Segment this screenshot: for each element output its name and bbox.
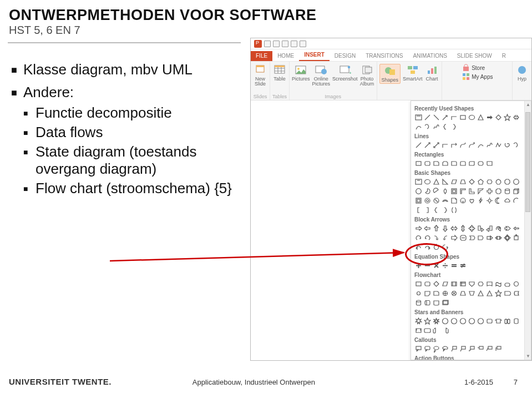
ba9-icon[interactable] [485,224,494,233]
ba6-icon[interactable] [459,224,467,233]
co6-icon[interactable] [459,345,467,353]
fc4-icon[interactable] [441,280,449,288]
fc3-icon[interactable] [432,280,440,288]
fc8-icon[interactable] [477,280,485,288]
co1-icon[interactable] [414,345,423,353]
ba17-icon[interactable] [450,234,458,242]
textbox-icon[interactable] [414,113,423,122]
bs-hept-icon[interactable] [494,178,503,186]
rbrace-icon[interactable] [450,123,458,131]
st12-icon[interactable] [512,317,520,325]
fc15-icon[interactable] [432,289,440,298]
ba23-icon[interactable] [503,234,511,242]
bs-lbracket-icon[interactable] [414,206,423,214]
tab-transitions[interactable]: TRANSITIONS [361,51,408,61]
bs-lbrace2-icon[interactable] [432,206,440,214]
qat-redo-icon[interactable] [282,41,288,47]
bs-pent-icon[interactable] [477,178,485,186]
ba7-icon[interactable] [468,224,476,233]
bs-bolt-icon[interactable] [477,196,485,205]
st10-icon[interactable] [494,317,503,325]
bs-hframe-icon[interactable] [459,187,467,195]
tab-file[interactable]: FILE [251,51,272,61]
st14-icon[interactable] [423,326,432,335]
ba3-icon[interactable] [432,224,440,233]
fc1-icon[interactable] [414,280,423,288]
fc13-icon[interactable] [414,289,423,298]
bs-bevel-icon[interactable] [414,196,423,205]
co7-icon[interactable] [468,345,476,353]
bs-oct-icon[interactable] [503,178,511,186]
bs-textbox-icon[interactable] [414,178,423,186]
fc21-icon[interactable] [485,289,494,298]
bs-dbrace-icon[interactable] [450,206,458,214]
bs-para-icon[interactable] [450,178,458,186]
r4-icon[interactable] [441,159,449,168]
ba16-icon[interactable] [441,234,449,242]
tab-slideshow[interactable]: SLIDE SHOW [452,51,497,61]
qat-undo-icon[interactable] [273,41,280,47]
fc12-icon[interactable] [512,280,520,288]
elbow-icon[interactable] [450,113,458,122]
ba21-icon[interactable] [485,234,494,242]
bs-rbrace2-icon[interactable] [441,206,449,214]
bs-rbracket-icon[interactable] [423,206,432,214]
r1-icon[interactable] [414,159,423,168]
shapes-dropdown[interactable]: Recently Used Shapes Lines [411,100,531,360]
fc11-icon[interactable] [503,280,511,288]
st1-icon[interactable] [414,317,423,325]
bs-pie-icon[interactable] [423,187,432,195]
ln8-icon[interactable] [477,141,485,149]
st4-icon[interactable] [441,317,449,325]
triangle-icon[interactable] [477,113,485,122]
bs-heart-icon[interactable] [468,196,476,205]
bs-tear-icon[interactable] [441,187,449,195]
bs-dec-icon[interactable] [512,178,520,186]
chart-button[interactable]: Chart [425,64,439,84]
tab-home[interactable]: HOME [272,51,299,61]
ln1-icon[interactable] [414,141,423,149]
bs-oval-icon[interactable] [423,178,432,186]
star-icon[interactable] [503,113,511,122]
fc26-icon[interactable] [423,299,432,307]
r9-icon[interactable] [485,159,494,168]
st8-icon[interactable] [477,317,485,325]
hyperlink-button[interactable]: Hyp [515,64,529,82]
bs-smile-icon[interactable] [459,196,467,205]
fc23-icon[interactable] [503,289,511,298]
lbrace-icon[interactable] [441,123,449,131]
r6-icon[interactable] [459,159,467,168]
diamond-icon[interactable] [494,113,503,122]
bs-trap-icon[interactable] [459,178,467,186]
bs-cloud-icon[interactable] [503,196,511,205]
tab-insert[interactable]: INSERT [299,50,330,61]
tab-r[interactable]: R [497,51,511,61]
scroll-up-icon[interactable]: ▲ [526,102,530,107]
fc18-icon[interactable] [459,289,467,298]
bs-fold-icon[interactable] [450,196,458,205]
st3-icon[interactable] [432,317,440,325]
bs-sun-icon[interactable] [485,196,494,205]
arrow-icon[interactable] [441,113,449,122]
ba15-icon[interactable] [432,234,440,242]
bs-frame-icon[interactable] [450,187,458,195]
fc27-icon[interactable] [432,299,440,307]
fc19-icon[interactable] [468,289,476,298]
qat-save-icon[interactable] [264,41,271,47]
st13-icon[interactable] [414,326,423,335]
rarrow-icon[interactable] [485,113,494,122]
co10-icon[interactable] [494,345,503,353]
fc14-icon[interactable] [423,289,432,298]
ln11-icon[interactable] [503,141,511,149]
ba19-icon[interactable] [468,234,476,242]
st6-icon[interactable] [459,317,467,325]
fc2-icon[interactable] [423,280,432,288]
scroll-thumb[interactable] [525,112,530,212]
ba12-icon[interactable] [512,224,520,233]
fc7-icon[interactable] [468,280,476,288]
harrow-icon[interactable] [512,113,520,122]
bs-moon-icon[interactable] [494,196,503,205]
ln4-icon[interactable] [441,141,449,149]
shapes-scrollbar[interactable]: ▲ ▼ [524,101,531,360]
st9-icon[interactable] [485,317,494,325]
